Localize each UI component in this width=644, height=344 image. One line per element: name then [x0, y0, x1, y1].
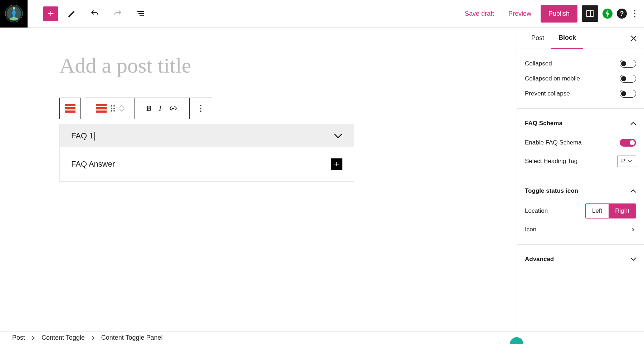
heading-tag-select[interactable]: P: [617, 156, 636, 167]
block-more-button[interactable]: [189, 98, 212, 119]
location-right-option[interactable]: Right: [609, 204, 636, 218]
bold-button[interactable]: B: [146, 104, 152, 113]
preview-button[interactable]: Preview: [503, 6, 536, 21]
settings-sidebar-toggle[interactable]: [582, 5, 598, 22]
italic-button[interactable]: I: [159, 104, 161, 113]
icon-label: Icon: [525, 226, 536, 233]
tab-post[interactable]: Post: [524, 28, 551, 48]
list-icon: [136, 9, 145, 18]
faq-schema-title: FAQ Schema: [525, 120, 562, 127]
enable-faq-row: Enable FAQ Schema: [525, 135, 636, 150]
faq-header[interactable]: FAQ 1: [60, 125, 354, 147]
block-transform-group: [85, 98, 135, 119]
more-options-button[interactable]: [631, 7, 638, 20]
advanced-section: Advanced: [517, 245, 644, 274]
redo-button[interactable]: [109, 5, 127, 23]
content-toggle-panel-icon[interactable]: [96, 104, 107, 113]
enable-faq-label: Enable FAQ Schema: [525, 139, 582, 146]
sidebar-tabs: Post Block: [517, 28, 644, 49]
block-toolbar: B I: [59, 98, 212, 119]
undo-icon: [90, 9, 99, 18]
add-block-button[interactable]: [43, 6, 58, 21]
chevron-down-icon: [334, 133, 342, 138]
location-button-group: Left Right: [585, 203, 636, 218]
faq-schema-heading[interactable]: FAQ Schema: [525, 116, 636, 131]
chevron-down-icon: [628, 160, 632, 163]
parent-block-button[interactable]: [59, 98, 81, 119]
faq-title-input[interactable]: FAQ 1: [71, 131, 93, 141]
crumb-separator: [91, 336, 95, 340]
enable-faq-toggle[interactable]: [620, 139, 636, 147]
save-draft-button[interactable]: Save draft: [460, 6, 499, 21]
collapsed-mobile-toggle[interactable]: [620, 75, 636, 83]
icon-row[interactable]: Icon: [525, 222, 636, 237]
faq-body: FAQ Answer: [60, 147, 354, 181]
add-block-inline-button[interactable]: [331, 158, 342, 170]
chevron-up-icon: [119, 105, 124, 108]
collapsed-label: Collapsed: [525, 60, 552, 67]
prevent-collapse-label: Prevent collapse: [525, 90, 570, 97]
advanced-title: Advanced: [525, 256, 554, 263]
main-area: Add a post title B I: [0, 28, 644, 331]
dot-icon: [634, 10, 635, 11]
chevron-down-icon: [119, 109, 124, 112]
faq-block: FAQ 1 FAQ Answer: [59, 124, 354, 182]
editor-canvas[interactable]: Add a post title B I: [0, 28, 517, 331]
collapsed-toggle[interactable]: [620, 60, 636, 68]
tab-block[interactable]: Block: [551, 28, 583, 49]
post-title-input[interactable]: Add a post title: [59, 53, 191, 78]
topbar-left: [0, 0, 150, 27]
crumb-separator: [31, 336, 35, 340]
location-row: Location Left Right: [525, 203, 636, 218]
advanced-heading[interactable]: Advanced: [525, 252, 636, 267]
breadcrumb-bar: Post Content Toggle Content Toggle Panel: [0, 331, 644, 344]
collapsed-row: Collapsed: [525, 56, 636, 71]
heading-tag-label: Select Heading Tag: [525, 158, 577, 165]
question-icon: ?: [620, 10, 624, 18]
faq-schema-section: FAQ Schema Enable FAQ Schema Select Head…: [517, 109, 644, 176]
close-sidebar-button[interactable]: [630, 35, 637, 41]
link-button[interactable]: [169, 104, 178, 113]
format-group: B I: [135, 98, 190, 119]
toggle-status-title: Toggle status icon: [525, 187, 578, 195]
location-left-option[interactable]: Left: [586, 204, 609, 218]
collapsed-mobile-label: Collapsed on mobile: [525, 75, 580, 82]
close-icon: [630, 35, 637, 41]
crumb-content-toggle[interactable]: Content Toggle: [42, 334, 85, 341]
settings-sidebar: Post Block Collapsed Collapsed on mobile…: [517, 28, 644, 331]
faq-toggle-button[interactable]: [334, 133, 342, 138]
plus-icon: [333, 161, 340, 167]
edit-button[interactable]: [63, 5, 81, 23]
move-buttons[interactable]: [119, 105, 124, 112]
faq-answer-input[interactable]: FAQ Answer: [71, 159, 115, 169]
prevent-collapse-row: Prevent collapse: [525, 86, 636, 101]
jetpack-button[interactable]: [602, 9, 613, 19]
list-view-button[interactable]: [132, 5, 150, 23]
toggle-settings-section: Collapsed Collapsed on mobile Prevent co…: [517, 49, 644, 109]
collapsed-mobile-row: Collapsed on mobile: [525, 71, 636, 86]
svg-point-2: [13, 7, 15, 9]
heading-tag-row: Select Heading Tag P: [525, 154, 636, 169]
sidebar-icon: [586, 9, 594, 18]
jetpack-icon: [605, 10, 610, 17]
more-vertical-icon: [200, 105, 201, 112]
undo-button[interactable]: [86, 5, 104, 23]
prevent-collapse-toggle[interactable]: [620, 90, 636, 98]
plus-icon: [47, 10, 55, 18]
toggle-status-heading[interactable]: Toggle status icon: [525, 183, 636, 198]
crumb-content-toggle-panel[interactable]: Content Toggle Panel: [101, 334, 163, 341]
toggle-status-section: Toggle status icon Location Left Right I…: [517, 176, 644, 245]
location-label: Location: [525, 207, 548, 215]
drag-handle[interactable]: [111, 105, 115, 112]
topbar: Save draft Preview Publish ?: [0, 0, 644, 28]
publish-button[interactable]: Publish: [541, 5, 577, 23]
content-toggle-icon: [65, 104, 75, 113]
link-icon: [169, 104, 178, 113]
chevron-down-icon: [630, 257, 636, 261]
site-logo[interactable]: [0, 0, 28, 28]
crumb-post[interactable]: Post: [12, 334, 25, 341]
chevron-right-icon: [630, 228, 636, 231]
chevron-up-icon: [630, 189, 636, 193]
help-button[interactable]: ?: [617, 9, 627, 19]
pencil-icon: [68, 9, 76, 18]
